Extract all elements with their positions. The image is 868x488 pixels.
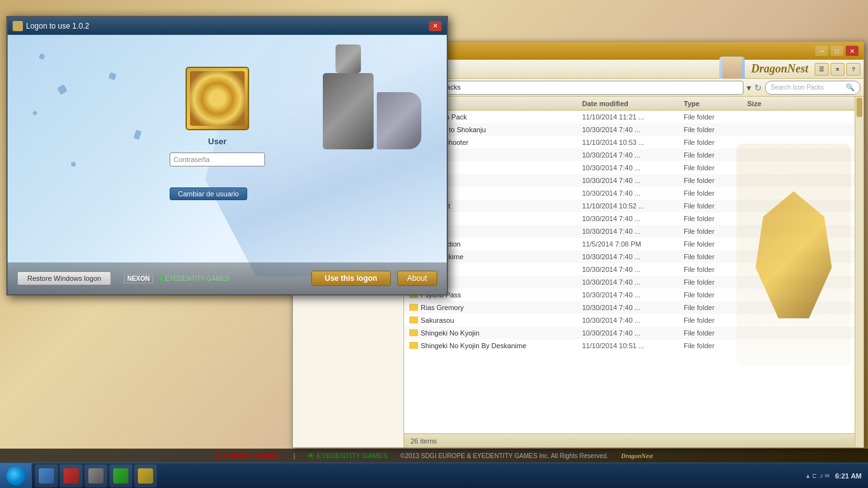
file-date: 10/30/2014 7:40 ... (582, 278, 684, 286)
table-row[interactable]: e A Live10/30/2014 7:40 ...File folder (404, 174, 855, 187)
fe-close-btn[interactable]: ✕ (846, 46, 858, 56)
taskbar-icons-tray: ▲ ⊏ ♬ ✉ (805, 473, 830, 479)
col-type[interactable]: Type (684, 100, 747, 107)
file-type: File folder (684, 215, 747, 222)
taskbar-icon-1[interactable] (35, 464, 58, 487)
eye-icon: 👁 (158, 276, 163, 281)
fe-view-help-btn[interactable]: ? (846, 63, 860, 76)
table-row[interactable]: Shingeki No Kyojin10/30/2014 7:40 ...Fil… (404, 327, 855, 339)
folder-icon (409, 342, 418, 350)
table-row[interactable]: Rias Gremory10/30/2014 7:40 ...File fold… (404, 301, 855, 314)
file-type: File folder (684, 202, 747, 210)
file-date: 10/30/2014 7:40 ... (582, 329, 684, 337)
file-type: File folder (684, 177, 747, 184)
eyedentity-footer-logo: 👁 EYEDENTITY GAMES (308, 452, 388, 459)
table-row[interactable]: tai Collection11/5/2014 7:08 PMFile fold… (404, 238, 855, 250)
taskbar-icon-2[interactable] (60, 464, 83, 487)
file-date: 10/30/2014 7:40 ... (582, 316, 684, 324)
table-row[interactable]: Psycho Pass10/30/2014 7:40 ...File folde… (404, 288, 855, 301)
table-row[interactable]: Sakurasou10/30/2014 7:40 ...File folder (404, 314, 855, 327)
folder-icon (409, 304, 418, 312)
file-date: 11/10/2014 10:51 ... (582, 342, 684, 349)
table-row[interactable]: a Scarlett11/10/2014 10:52 ...File folde… (404, 200, 855, 212)
fe-view-list-btn[interactable]: ☰ (815, 63, 829, 76)
table-row[interactable]: a to Test to Shokanju10/30/2014 7:40 ...… (404, 123, 855, 136)
table-row[interactable]: Naruyohikime10/30/2014 7:40 ...File fold… (404, 250, 855, 263)
table-row[interactable]: ara10/30/2014 7:40 ...File folder (404, 187, 855, 200)
taskbar-right: ▲ ⊏ ♬ ✉ 6:21 AM (805, 472, 868, 480)
col-size[interactable]: Size (747, 100, 798, 107)
table-row[interactable]: [me] Icon Pack11/10/2014 11:21 ...File f… (404, 111, 855, 123)
file-date: 10/30/2014 7:40 ... (582, 304, 684, 311)
logon-change-user-btn[interactable]: Cambiar de usuario (170, 187, 247, 200)
table-row[interactable]: te Blue10/30/2014 7:40 ...File folder (404, 149, 855, 161)
logon-password-placeholder: Contraseña (173, 156, 210, 163)
logon-close-btn[interactable]: ✕ (429, 21, 442, 31)
fe-item-count: 26 items (410, 437, 437, 445)
taskbar: ▲ ⊏ ♬ ✉ 6:21 AM (0, 463, 868, 488)
logon-avatar (186, 67, 249, 130)
table-row[interactable]: Shingeki No Kyojin By Deskanime11/10/201… (404, 339, 855, 352)
table-row[interactable]: y Tail10/30/2014 7:40 ...File folder (404, 212, 855, 225)
table-row[interactable]: k Rock Shooter11/10/2014 10:53 ...File f… (404, 136, 855, 149)
fe-column-headers: Name Date modified Type Size (404, 97, 855, 111)
table-row[interactable]: Naruto10/30/2014 7:40 ...File folder (404, 276, 855, 288)
file-type: File folder (684, 151, 747, 159)
file-type: File folder (684, 113, 747, 121)
file-date: 10/30/2014 7:40 ... (582, 164, 684, 172)
logon-use-btn[interactable]: Use this logon (311, 271, 391, 286)
taskbar-icon-5-inner (138, 468, 153, 484)
file-date: 11/5/2014 7:08 PM (582, 240, 684, 248)
fe-scrollbar[interactable] (855, 97, 864, 447)
logon-about-btn[interactable]: About (397, 271, 437, 286)
taskbar-icon-3-inner (88, 468, 104, 484)
particle-3 (32, 111, 37, 116)
particle-5 (71, 161, 76, 167)
table-row[interactable]: ch10/30/2014 7:40 ...File folder (404, 161, 855, 174)
file-type: File folder (684, 139, 747, 146)
fe-header-character (719, 57, 745, 82)
fe-minimize-btn[interactable]: ─ (815, 46, 828, 56)
file-type: File folder (684, 278, 747, 286)
table-row[interactable]: 10/30/2014 7:40 ...File folder (404, 225, 855, 238)
start-button[interactable] (0, 463, 32, 489)
fe-refresh-btn[interactable]: ↻ (754, 83, 762, 93)
logon-footer: Restore Windows logon NEXON 👁 EYEDENTITY… (8, 262, 447, 294)
desktop: Icon Packs ─ □ ✕ Share with ▾ Burn New f… (0, 0, 868, 488)
fe-view-detail-btn[interactable]: ≡ (831, 63, 844, 76)
file-type: File folder (684, 253, 747, 261)
fe-dragon-logo: DragonNest (751, 62, 808, 76)
taskbar-footer-text: ⬡ SHANDA GAMES | 👁 EYEDENTITY GAMES ©201… (0, 449, 868, 463)
taskbar-icon-4-inner (113, 468, 128, 484)
fe-search-icon: 🔍 (846, 83, 855, 92)
taskbar-icon-3[interactable] (85, 464, 107, 487)
particle-4 (109, 72, 116, 80)
char-shield (377, 92, 421, 149)
shanda-logo: ⬡ SHANDA GAMES (215, 452, 281, 460)
file-type: File folder (684, 291, 747, 299)
table-row[interactable]: Lupus10/30/2014 7:40 ...File folder (404, 263, 855, 276)
logon-password-field[interactable]: Contraseña (170, 152, 265, 166)
file-date: 10/30/2014 7:40 ... (582, 227, 684, 235)
nexon-logo: NEXON (124, 274, 153, 283)
char-head (336, 44, 361, 73)
logon-title-icon (13, 21, 23, 31)
fe-address-dropdown-btn[interactable]: ▾ (747, 83, 751, 93)
particle-1 (39, 53, 46, 60)
file-type: File folder (684, 164, 747, 172)
file-date: 10/30/2014 7:40 ... (582, 291, 684, 299)
fe-search-placeholder: Search Icon Packs (771, 84, 824, 91)
taskbar-items (32, 463, 160, 488)
fe-search-box[interactable]: Search Icon Packs 🔍 (765, 81, 860, 95)
taskbar-icon-4[interactable] (109, 464, 132, 487)
eyedentity-logo: 👁 EYEDENTITY GAMES (158, 275, 230, 282)
taskbar-icon-1-inner (39, 468, 54, 484)
avatar-pattern (190, 71, 245, 126)
file-date: 10/30/2014 7:40 ... (582, 215, 684, 222)
dn-footer-logo: DragonNest (621, 452, 653, 459)
col-date[interactable]: Date modified (582, 100, 684, 107)
fe-maximize-btn[interactable]: □ (831, 46, 843, 56)
taskbar-icon-5[interactable] (134, 464, 157, 487)
particle-2 (57, 85, 67, 95)
logon-restore-btn[interactable]: Restore Windows logon (17, 271, 111, 285)
